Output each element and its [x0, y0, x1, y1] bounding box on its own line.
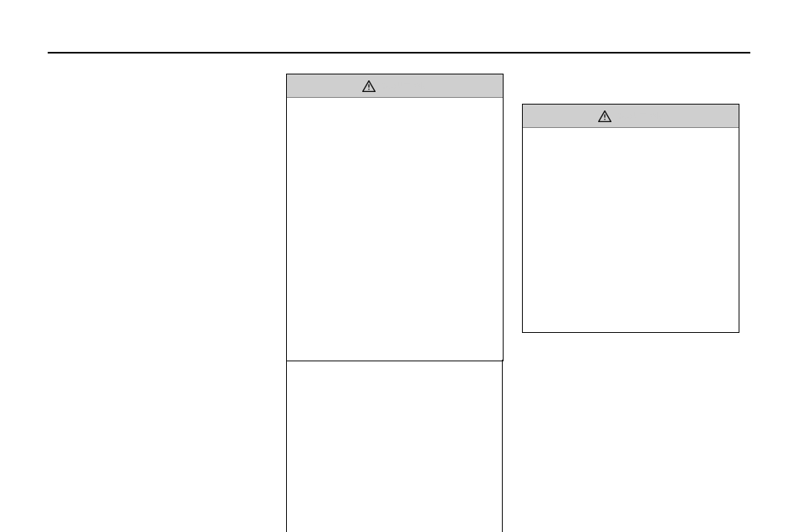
body-line: [531, 193, 730, 205]
body-line: [295, 211, 494, 223]
body-line: [531, 146, 730, 158]
body-line: [295, 223, 494, 234]
svg-rect-2: [604, 114, 605, 117]
body-line: [531, 229, 730, 241]
warning-triangle-icon: [362, 80, 376, 92]
column-rule-left: [286, 360, 287, 532]
body-line: [531, 170, 730, 182]
caution-header: CAUTION: [287, 74, 503, 98]
caution-body: [287, 98, 503, 374]
body-line: [531, 241, 730, 253]
page: CAUTION: [0, 0, 798, 532]
body-line: [295, 105, 494, 116]
body-line: [295, 128, 494, 140]
body-line: [295, 247, 494, 258]
body-line: [531, 300, 730, 312]
body-line: [531, 182, 730, 193]
body-line: [295, 187, 494, 199]
body-line: [295, 140, 494, 151]
caution-box-right: CAUTION: [522, 104, 739, 333]
body-line: [295, 163, 494, 175]
body-line: [531, 289, 730, 300]
body-line: [295, 305, 494, 317]
body-line: [531, 264, 730, 276]
body-line: [531, 135, 730, 146]
caution-label: CAUTION: [618, 110, 664, 123]
header-rule: [48, 52, 750, 54]
column-rule-right: [502, 360, 503, 532]
body-line: [295, 341, 494, 353]
body-line: [295, 318, 494, 330]
body-line: [295, 234, 494, 246]
caution-header: CAUTION: [523, 105, 739, 128]
body-line: [531, 206, 730, 217]
body-line: [531, 253, 730, 264]
body-line: [531, 312, 730, 324]
svg-rect-0: [368, 84, 369, 87]
body-line: [295, 294, 494, 305]
body-line: [295, 151, 494, 163]
caution-box-center: CAUTION: [286, 74, 504, 361]
body-line: [295, 353, 494, 365]
warning-triangle-icon: [598, 110, 611, 122]
body-line: [531, 277, 730, 289]
caution-body: [523, 128, 739, 333]
svg-rect-1: [368, 89, 369, 90]
body-line: [295, 258, 494, 270]
body-line: [295, 176, 494, 187]
caution-label: CAUTION: [382, 79, 428, 93]
body-line: [295, 199, 494, 211]
body-line: [295, 330, 494, 341]
body-line: [295, 270, 494, 282]
body-line: [295, 282, 494, 294]
body-line: [295, 116, 494, 128]
body-line: [531, 158, 730, 170]
svg-rect-3: [604, 119, 605, 120]
body-line: [531, 217, 730, 229]
